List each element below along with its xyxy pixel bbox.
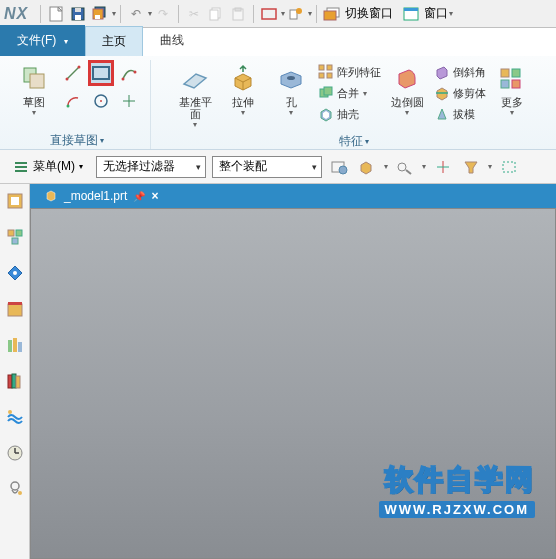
draft-button[interactable]: 拔模	[433, 104, 486, 124]
svg-point-26	[67, 105, 70, 108]
new-icon[interactable]	[46, 4, 66, 24]
watermark-main: 软件自学网	[379, 461, 535, 499]
svg-rect-62	[18, 342, 22, 352]
svg-rect-58	[8, 304, 22, 316]
sidebar-history[interactable]	[4, 442, 26, 464]
draft-icon	[433, 105, 451, 123]
pattern-feature-button[interactable]: 阵列特征	[317, 62, 381, 82]
cut-icon[interactable]: ✂	[184, 4, 204, 24]
misc-dropdown-icon[interactable]: ▾	[308, 9, 312, 18]
svg-rect-56	[12, 238, 18, 244]
svg-rect-34	[319, 73, 324, 78]
sketch-icon	[18, 62, 50, 94]
document-tab[interactable]: _model1.prt 📌 ×	[34, 186, 168, 206]
menu-button[interactable]: 菜单(M) ▾	[6, 154, 90, 179]
svg-point-28	[100, 100, 102, 102]
switch-window-label[interactable]: 切换窗口	[345, 5, 393, 22]
svg-rect-39	[501, 69, 509, 77]
paste-icon[interactable]	[228, 4, 248, 24]
undo-icon[interactable]: ↶	[126, 4, 146, 24]
point-tool[interactable]	[116, 88, 142, 114]
svg-point-57	[13, 271, 17, 275]
undo-dropdown-icon[interactable]: ▾	[148, 9, 152, 18]
datum-plane-label: 基准平面	[175, 96, 215, 120]
svg-point-48	[398, 163, 406, 171]
misc-tool-icon[interactable]	[286, 4, 306, 24]
svg-rect-23	[93, 67, 109, 79]
sidebar-reuse-library[interactable]	[4, 298, 26, 320]
svg-rect-17	[404, 8, 418, 11]
assembly-combo[interactable]: 整个装配	[212, 156, 322, 178]
qat-dropdown-icon[interactable]: ▾	[112, 9, 116, 18]
filter-tool-5[interactable]	[460, 156, 482, 178]
pattern-label: 阵列特征	[337, 65, 381, 80]
sidebar-hd3d[interactable]	[4, 334, 26, 356]
svg-rect-3	[75, 8, 81, 12]
shell-button[interactable]: 抽壳	[317, 104, 381, 124]
sketch-label: 草图	[23, 96, 45, 108]
unite-button[interactable]: 合并 ▾	[317, 83, 381, 103]
svg-rect-10	[235, 8, 241, 11]
shell-icon	[317, 105, 335, 123]
sidebar-books[interactable]	[4, 370, 26, 392]
redo-icon[interactable]: ↷	[153, 4, 173, 24]
filter-tool-3[interactable]	[394, 156, 416, 178]
svg-rect-54	[8, 230, 14, 236]
svg-point-71	[18, 491, 22, 495]
svg-rect-8	[210, 10, 218, 20]
rectangle-tool[interactable]	[88, 60, 114, 86]
window-menu-label[interactable]: 窗口	[424, 5, 448, 22]
arc-tool[interactable]	[60, 88, 86, 114]
svg-rect-61	[13, 338, 17, 352]
extrude-label: 拉伸	[232, 96, 254, 108]
svg-point-70	[11, 482, 19, 490]
watermark-sub: WWW.RJZXW.COM	[379, 501, 535, 518]
tab-file-label: 文件(F)	[17, 33, 56, 47]
chamfer-button[interactable]: 倒斜角	[433, 62, 486, 82]
trim-body-button[interactable]: 修剪体	[433, 83, 486, 103]
window-dropdown-icon[interactable]: ▾	[449, 9, 453, 18]
circle-tool[interactable]	[88, 88, 114, 114]
svg-rect-33	[327, 65, 332, 70]
filter-tool-6[interactable]	[498, 156, 520, 178]
svg-point-47	[339, 166, 347, 174]
line-tool[interactable]	[60, 60, 86, 86]
datum-plane-button[interactable]: 基准平面 ▾	[173, 60, 217, 131]
pin-icon[interactable]: 📌	[133, 191, 145, 202]
hole-icon	[275, 62, 307, 94]
more-button[interactable]: 更多 ▾	[490, 60, 534, 119]
filter-tool-4[interactable]	[432, 156, 454, 178]
sidebar-constraint-navigator[interactable]	[4, 262, 26, 284]
extrude-button[interactable]: 拉伸 ▾	[221, 60, 265, 119]
sidebar-internet[interactable]	[4, 406, 26, 428]
copy-icon[interactable]	[206, 4, 226, 24]
hole-button[interactable]: 孔 ▾	[269, 60, 313, 119]
sidebar-process[interactable]	[4, 478, 26, 500]
svg-rect-51	[503, 162, 515, 172]
rectangle-tool-icon[interactable]	[259, 4, 279, 24]
sidebar-assembly-navigator[interactable]	[4, 226, 26, 248]
tab-curve[interactable]: 曲线	[143, 25, 201, 56]
filter-tool-2[interactable]	[356, 156, 378, 178]
window-icon[interactable]	[401, 4, 421, 24]
save-icon[interactable]	[68, 4, 88, 24]
selection-filter-combo[interactable]: 无选择过滤器	[96, 156, 206, 178]
viewport[interactable]: 软件自学网 WWW.RJZXW.COM	[30, 208, 556, 559]
save-all-icon[interactable]	[90, 4, 110, 24]
tab-home[interactable]: 主页	[85, 26, 143, 56]
close-tab-icon[interactable]: ×	[151, 189, 158, 203]
main-tabs: 文件(F) ▾ 主页 曲线	[0, 28, 556, 56]
rect-dropdown-icon[interactable]: ▾	[281, 9, 285, 18]
switch-window-icon[interactable]	[322, 4, 342, 24]
chamfer-icon	[433, 63, 451, 81]
spline-tool[interactable]	[116, 60, 142, 86]
chamfer-label: 倒斜角	[453, 65, 486, 80]
edge-blend-button[interactable]: 边倒圆 ▾	[385, 60, 429, 119]
sketch-button[interactable]: 草图 ▾	[12, 60, 56, 119]
tab-file[interactable]: 文件(F) ▾	[0, 25, 85, 56]
svg-line-20	[67, 67, 79, 79]
svg-rect-19	[30, 74, 44, 88]
svg-rect-35	[327, 73, 332, 78]
sidebar-part-navigator[interactable]	[4, 190, 26, 212]
filter-tool-1[interactable]	[328, 156, 350, 178]
